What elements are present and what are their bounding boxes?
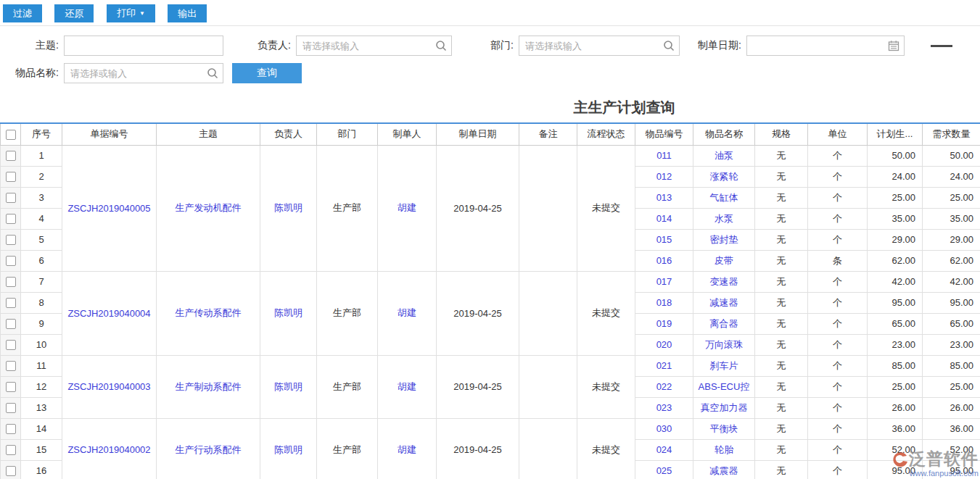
creator-cell-link[interactable]: 胡建: [398, 202, 416, 213]
item-no-cell-link[interactable]: 030: [656, 423, 672, 434]
row-select-cell[interactable]: [1, 187, 21, 208]
row-checkbox[interactable]: [6, 172, 16, 182]
search-icon[interactable]: [663, 40, 675, 51]
item-name-cell-link[interactable]: 万向滚珠: [705, 339, 743, 350]
owner-cell-link[interactable]: 陈凯明: [274, 202, 302, 213]
item-name-cell-link[interactable]: 真空加力器: [701, 402, 748, 413]
row-select-cell[interactable]: [1, 271, 21, 292]
item-name-input[interactable]: [64, 63, 223, 83]
row-select-cell[interactable]: [1, 229, 21, 250]
filter-button[interactable]: 过滤: [3, 4, 42, 22]
select-all-checkbox[interactable]: [6, 130, 16, 140]
row-select-cell[interactable]: [1, 334, 21, 355]
row-checkbox[interactable]: [6, 235, 16, 245]
row-checkbox[interactable]: [6, 298, 16, 308]
item-name-cell-link[interactable]: 油泵: [715, 150, 733, 161]
row-select-cell[interactable]: [1, 439, 21, 460]
item-name-cell-link[interactable]: 皮带: [715, 255, 733, 266]
row-checkbox[interactable]: [6, 214, 16, 224]
row-checkbox[interactable]: [6, 382, 16, 392]
item-name-cell-link[interactable]: ABS-ECU控: [699, 381, 750, 392]
row-checkbox[interactable]: [6, 151, 16, 161]
row-checkbox[interactable]: [6, 193, 16, 203]
row-checkbox[interactable]: [6, 445, 16, 455]
item-name-cell-link[interactable]: 水泵: [715, 213, 733, 224]
output-button[interactable]: 输出: [168, 4, 207, 22]
filter-collapse-handle[interactable]: [931, 45, 952, 47]
restore-button[interactable]: 还原: [54, 4, 94, 22]
subject-cell-link[interactable]: 生产传动系配件: [176, 307, 242, 318]
item-no-cell-link[interactable]: 015: [656, 234, 672, 245]
owner-cell-link[interactable]: 陈凯明: [274, 381, 302, 392]
row-checkbox[interactable]: [6, 256, 16, 266]
item-name-cell-link[interactable]: 刹车片: [710, 360, 738, 371]
row-checkbox[interactable]: [6, 361, 16, 371]
item-name-cell-link[interactable]: 气缸体: [710, 192, 738, 203]
item-no-cell-link[interactable]: 017: [656, 276, 672, 287]
subject-cell-link[interactable]: 生产制动系配件: [176, 381, 242, 392]
row-select-cell[interactable]: [1, 376, 21, 397]
status-cell: 未提交: [577, 355, 635, 418]
creator-cell-link[interactable]: 胡建: [398, 381, 416, 392]
row-select-cell[interactable]: [1, 418, 21, 439]
subject-cell-link[interactable]: 生产发动机配件: [176, 202, 242, 213]
row-select-cell[interactable]: [1, 145, 21, 166]
item-name-cell-link[interactable]: 平衡块: [710, 423, 738, 434]
row-checkbox[interactable]: [6, 403, 16, 413]
row-select-cell[interactable]: [1, 250, 21, 271]
row-select-cell[interactable]: [1, 292, 21, 313]
item-no-cell-link[interactable]: 018: [656, 297, 672, 308]
subject-input[interactable]: [64, 36, 223, 56]
select-all-header[interactable]: [1, 123, 21, 145]
item-no-cell-link[interactable]: 013: [656, 192, 672, 203]
item-name-cell-link[interactable]: 涨紧轮: [710, 171, 738, 182]
search-icon[interactable]: [435, 40, 447, 51]
print-button[interactable]: 打印▼: [107, 4, 155, 22]
toolbar: 过滤 还原 打印▼ 输出: [0, 0, 980, 26]
row-select-cell[interactable]: [1, 313, 21, 334]
row-checkbox[interactable]: [6, 340, 16, 350]
item-no-cell-link[interactable]: 020: [656, 339, 672, 350]
item-no-cell-link[interactable]: 023: [656, 402, 672, 413]
creator-cell-link[interactable]: 胡建: [398, 307, 416, 318]
row-checkbox[interactable]: [6, 277, 16, 287]
item-no-cell-link[interactable]: 022: [656, 381, 672, 392]
search-icon[interactable]: [207, 67, 218, 79]
item-no-cell-link[interactable]: 019: [656, 318, 672, 329]
row-select-cell[interactable]: [1, 166, 21, 187]
row-checkbox[interactable]: [6, 466, 16, 476]
item-name-cell-link[interactable]: 密封垫: [710, 234, 738, 245]
item-no-cell-link[interactable]: 011: [656, 150, 672, 161]
table-row: 11ZSCJH2019040003生产制动系配件陈凯明生产部胡建2019-04-…: [1, 355, 980, 376]
row-select-cell[interactable]: [1, 208, 21, 229]
row-select-cell[interactable]: [1, 397, 21, 418]
creator-cell-link[interactable]: 胡建: [398, 444, 416, 455]
item-name-cell-link[interactable]: 减震器: [710, 465, 738, 476]
item-name-cell-link[interactable]: 变速器: [710, 276, 738, 287]
owner-input[interactable]: [296, 36, 452, 56]
item-name-cell-link[interactable]: 轮胎: [715, 444, 733, 455]
owner-cell-link[interactable]: 陈凯明: [274, 307, 302, 318]
doc-no-cell-link[interactable]: ZSCJH2019040002: [67, 444, 150, 455]
row-checkbox[interactable]: [6, 424, 16, 434]
row-checkbox[interactable]: [6, 319, 16, 329]
doc-no-cell-link[interactable]: ZSCJH2019040005: [67, 203, 150, 214]
doc-no-cell-link[interactable]: ZSCJH2019040003: [67, 381, 150, 392]
item-no-cell-link[interactable]: 021: [656, 360, 672, 371]
date-input[interactable]: [746, 36, 905, 56]
item-no-cell-link[interactable]: 012: [656, 171, 672, 182]
calendar-icon[interactable]: [888, 40, 899, 51]
item-no-cell-link[interactable]: 016: [656, 255, 672, 266]
query-button[interactable]: 查询: [232, 63, 302, 83]
item-name-cell-link[interactable]: 减速器: [710, 297, 738, 308]
item-no-cell-link[interactable]: 024: [656, 444, 672, 455]
item-name-cell-link[interactable]: 离合器: [710, 318, 738, 329]
doc-no-cell-link[interactable]: ZSCJH2019040004: [67, 308, 150, 319]
item-no-cell-link[interactable]: 014: [656, 213, 672, 224]
dept-input[interactable]: [519, 36, 680, 56]
subject-cell-link[interactable]: 生产行动系配件: [176, 444, 242, 455]
row-select-cell[interactable]: [1, 460, 21, 479]
item-no-cell-link[interactable]: 025: [656, 465, 672, 476]
owner-cell-link[interactable]: 陈凯明: [274, 444, 302, 455]
row-select-cell[interactable]: [1, 355, 21, 376]
